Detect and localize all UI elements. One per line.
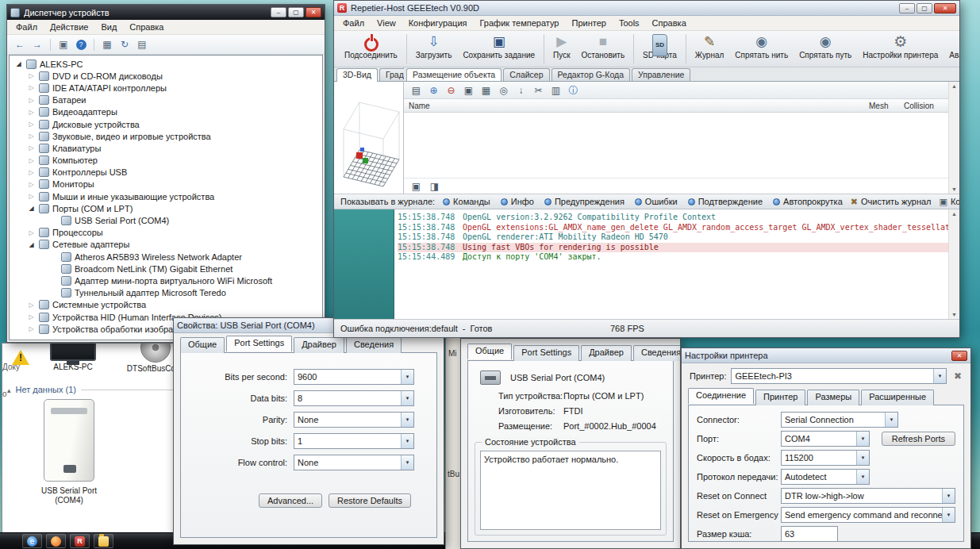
tab[interactable]: Расширенные — [861, 390, 934, 405]
object-toolbar-button-autoposition[interactable] — [478, 83, 494, 97]
tree-item[interactable]: Батареи — [10, 94, 322, 106]
field-combobox[interactable]: None — [294, 455, 414, 470]
object-toolbar-button-remove-object[interactable] — [444, 83, 459, 97]
log-filter-toggle[interactable]: Команды — [443, 197, 490, 206]
field-combobox[interactable]: 8 — [294, 390, 414, 406]
expander-icon[interactable] — [27, 181, 36, 188]
tab[interactable]: Драйвер — [294, 337, 344, 353]
close-button[interactable] — [951, 351, 967, 361]
log-filter-toggle[interactable]: Подтверждение — [688, 197, 763, 206]
expander-icon[interactable] — [27, 205, 36, 212]
object-toolbar-button-mirror[interactable] — [427, 179, 442, 193]
taskbar-icon-start-orb[interactable] — [2, 533, 18, 549]
column-mesh[interactable]: Mesh — [869, 102, 904, 110]
tree-item[interactable]: Порты (COM и LPT) — [10, 202, 322, 214]
menu-item[interactable]: Файл — [10, 21, 44, 33]
tab[interactable]: Соединение — [688, 388, 754, 404]
menu-item[interactable]: Tools — [613, 17, 646, 29]
combobox-arrow-icon[interactable] — [942, 489, 955, 503]
minimize-button[interactable] — [271, 7, 286, 17]
toolbar-button-devices[interactable] — [134, 37, 150, 52]
tree-item[interactable]: Адаптер мини-порта виртуального WiFi Mic… — [10, 274, 322, 286]
object-toolbar-button-copy[interactable] — [409, 179, 424, 193]
tree-item[interactable]: Мониторы — [10, 179, 322, 190]
tree-item[interactable]: Системные устройства — [10, 299, 322, 311]
toolbar-button-run[interactable]: Пуск — [548, 33, 575, 65]
maximize-button[interactable] — [288, 7, 304, 17]
menu-item[interactable]: Справка — [123, 21, 170, 33]
menu-item[interactable]: Конфигурация — [402, 17, 474, 29]
tree-item[interactable]: Компьютер — [10, 155, 322, 167]
close-button[interactable] — [306, 7, 321, 17]
tab[interactable]: Port Settings — [513, 345, 579, 361]
log-filter-toggle[interactable]: Предупреждения — [544, 197, 625, 206]
expander-icon[interactable] — [27, 144, 36, 152]
field-combobox[interactable]: 115200 — [781, 450, 870, 466]
combobox-arrow-icon[interactable] — [401, 391, 413, 405]
tree-item[interactable]: Процессоры — [10, 227, 322, 239]
column-collision[interactable]: Collision — [904, 102, 948, 110]
tree-item[interactable]: Сетевые адаптеры — [10, 239, 322, 251]
toolbar-button-hide-travel[interactable]: Спрятать путь — [794, 33, 857, 65]
vertical-scrollbar[interactable] — [948, 82, 959, 194]
toolbar-button-back[interactable] — [12, 37, 28, 52]
tree-item[interactable]: Дисковые устройства — [10, 118, 322, 130]
taskbar-icon-explorer[interactable] — [94, 534, 113, 548]
tree-item[interactable]: ALEKS-PC — [10, 58, 322, 70]
minimize-button[interactable] — [899, 3, 915, 13]
combobox-arrow-icon[interactable] — [942, 508, 955, 522]
object-toolbar-button-add-object[interactable] — [426, 83, 441, 97]
expander-icon[interactable] — [27, 193, 36, 200]
refresh-ports-button[interactable]: Refresh Ports — [882, 432, 955, 446]
tree-item[interactable]: Контроллеры USB — [10, 167, 322, 179]
tree-item[interactable]: Видеоадаптеры — [10, 106, 322, 118]
menu-item[interactable]: Файл — [336, 17, 371, 29]
toolbar-button-sd-card[interactable]: SD-карта — [637, 33, 682, 65]
toolbar-button-log[interactable]: Журнал — [690, 33, 730, 65]
tree-item[interactable]: Atheros AR5B93 Wireless Network Adapter — [10, 251, 322, 263]
combobox-arrow-icon[interactable] — [401, 455, 413, 470]
tab[interactable]: Драйвер — [581, 345, 632, 361]
tab[interactable]: Редактор G-Кода — [551, 68, 630, 81]
toolbar-button-console[interactable] — [56, 37, 71, 52]
tree-item[interactable]: DVD и CD-ROM дисководы — [10, 70, 322, 82]
expander-icon[interactable] — [27, 109, 36, 116]
combobox-arrow-icon[interactable] — [856, 432, 869, 446]
3d-viewport[interactable] — [334, 81, 403, 194]
field-combobox[interactable]: 63 — [781, 526, 838, 542]
menu-item[interactable]: Справка — [646, 17, 693, 29]
restore-defaults-button[interactable]: Restore Defaults — [329, 493, 411, 508]
expander-icon[interactable] — [27, 84, 36, 91]
menu-item[interactable]: View — [371, 17, 402, 29]
toolbar-button-printer-settings[interactable]: Настройки принтера — [857, 33, 943, 65]
dialog-titlebar[interactable]: Настройки принтера — [682, 348, 970, 363]
field-combobox[interactable]: Send emergency command and reconnect — [781, 507, 955, 523]
vertical-scrollbar[interactable] — [948, 209, 959, 319]
tree-item[interactable]: Туннельный адаптер Microsoft Teredo — [10, 287, 322, 299]
toolbar-button-sep[interactable] — [50, 39, 51, 51]
field-combobox[interactable]: Serial Connection — [781, 412, 898, 428]
toolbar-button-save-job[interactable]: Сохранить задание — [457, 33, 540, 65]
tree-item[interactable]: Клавиатуры — [10, 142, 322, 154]
close-button[interactable] — [934, 3, 956, 13]
combobox-arrow-icon[interactable] — [885, 413, 897, 427]
toolbar-button-help[interactable] — [73, 37, 89, 52]
printer-combobox[interactable]: GEEEtech-PI3 — [731, 368, 947, 384]
object-toolbar-button-drop-object[interactable] — [513, 83, 528, 97]
field-combobox[interactable]: 1 — [294, 433, 414, 449]
tab[interactable]: 3D-Вид — [336, 68, 378, 82]
expander-icon[interactable] — [27, 229, 36, 236]
combobox-arrow-icon[interactable] — [856, 451, 869, 465]
device-manager-titlebar[interactable]: Диспетчер устройств — [7, 5, 325, 20]
tab[interactable]: Размеры — [807, 390, 859, 405]
combobox-arrow-icon[interactable] — [401, 413, 413, 427]
collapse-arrow-icon[interactable] — [7, 385, 11, 394]
object-toolbar-button-statistics[interactable] — [548, 83, 563, 97]
log-filter-toggle[interactable]: Ошибки — [635, 197, 678, 206]
tab[interactable]: Принтер — [755, 390, 805, 405]
menu-item[interactable]: Действие — [44, 21, 94, 33]
copy-log-button[interactable]: Копировать — [940, 197, 960, 207]
expander-icon[interactable] — [27, 325, 36, 332]
taskbar-icon-repetier[interactable] — [70, 534, 90, 548]
field-combobox[interactable]: Autodetect — [781, 469, 870, 485]
